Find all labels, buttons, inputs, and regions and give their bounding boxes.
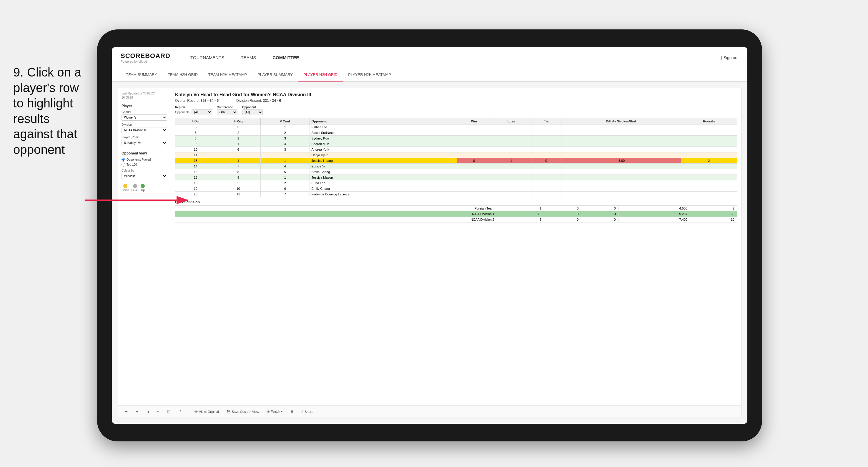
table-row[interactable]: 19106 Emily Chang <box>175 186 737 192</box>
color-dot-down <box>123 184 127 188</box>
opponent-view-radio-group: Opponents Played Top 100 <box>122 158 167 166</box>
nav-tournaments[interactable]: TOURNAMENTS <box>188 54 227 61</box>
color-label-up: Up <box>141 189 145 192</box>
opponent-label: Opponent <box>242 106 263 109</box>
table-row[interactable]: 1691 Jessica Mason <box>175 175 737 180</box>
sub-nav-team-summary[interactable]: TEAM SUMMARY <box>121 68 162 82</box>
col-loss: Loss <box>491 118 531 124</box>
sub-nav-player-summary[interactable]: PLAYER SUMMARY <box>252 68 298 82</box>
conference-select[interactable]: (All) <box>217 110 238 115</box>
opponent-select[interactable]: (All) <box>242 110 263 115</box>
share-button[interactable]: ↗ Share <box>298 409 315 414</box>
view-icon: 👁 <box>194 410 198 413</box>
player-rank-select[interactable]: 8. Katelyn Vo <box>122 140 167 146</box>
out-of-div-row-naia1[interactable]: NAIA Division 1 15 0 0 9.267 30 <box>175 211 737 217</box>
sub-nav-team-h2h-heatmap[interactable]: TEAM H2H HEATMAP <box>203 68 252 82</box>
out-of-div-row-ncaa2[interactable]: NCAA Division 2 5 0 0 7.400 10 <box>175 217 737 222</box>
main-content: Last Updated: 27/03/2024 16:55:28 Player… <box>112 82 747 424</box>
cut-button[interactable]: ✂ <box>154 409 161 414</box>
sub-nav-player-h2h-heatmap[interactable]: PLAYER H2H HEATMAP <box>343 68 396 82</box>
table-row-highlighted[interactable]: 1311 Jessica Huang 0 1 0 -3.00 2 <box>175 158 737 164</box>
redo-button[interactable]: ↪ <box>133 409 141 414</box>
grid-title: Katelyn Vo Head-to-Head Grid for Women's… <box>175 92 737 97</box>
sub-nav-team-h2h-grid[interactable]: TEAM H2H GRID <box>162 68 203 82</box>
grid-records: Overall Record: 353 - 34 - 6 Division Re… <box>175 99 737 103</box>
out-of-div-row-foreign[interactable]: Foreign Team 1 0 0 4.500 2 <box>175 206 737 211</box>
color-legend: Down Level Up <box>122 184 167 192</box>
logo-sub: Powered by clippd <box>121 60 170 63</box>
grid-area: Katelyn Vo Head-to-Head Grid for Women's… <box>171 88 741 405</box>
colour-by-select[interactable]: Win/loss <box>122 173 167 179</box>
table-row[interactable]: 1585 Stella Cheng <box>175 169 737 175</box>
col-tie: Tie <box>531 118 561 124</box>
sign-out-button[interactable]: | Sign out <box>721 55 739 60</box>
logo-area: SCOREBOARD Powered by clippd <box>121 52 170 63</box>
region-label: Region <box>175 106 212 109</box>
table-row[interactable]: 11 Haejo Hyun <box>175 152 737 158</box>
nav-teams[interactable]: TEAMS <box>238 54 258 61</box>
save-icon: 💾 <box>226 410 231 413</box>
gender-label: Gender <box>122 111 167 114</box>
division-label: Division <box>122 123 167 126</box>
opponents-select[interactable]: (All) <box>191 110 212 115</box>
tablet-screen: SCOREBOARD Powered by clippd TOURNAMENTS… <box>112 47 747 424</box>
step-back-button[interactable]: ⏮ <box>143 409 151 414</box>
gender-select[interactable]: Women's <box>122 115 167 121</box>
player-section-title: Player <box>122 104 167 108</box>
grid-view-button[interactable]: ⊞ <box>288 409 296 414</box>
toolbar: ↩ ↪ ⏮ ✂ 📋 ↺ 👁 View: Original 💾 Save Cust… <box>118 405 741 417</box>
refresh-button[interactable]: ↺ <box>176 409 184 414</box>
sub-nav-player-h2h-grid[interactable]: PLAYER H2H GRID <box>298 68 343 82</box>
col-win: Win <box>457 118 491 124</box>
panel-body: Last Updated: 27/03/2024 16:55:28 Player… <box>118 88 741 405</box>
conference-filter: Conference (All) <box>217 106 238 115</box>
col-opponent: Opponent <box>310 118 457 124</box>
watch-button[interactable]: 👁 Watch ▾ <box>264 409 285 414</box>
last-updated-time: 16:55:28 <box>122 96 167 100</box>
table-row[interactable]: 1822 Euna Lee <box>175 180 737 186</box>
player-rank-label: Player (Rank) <box>122 136 167 139</box>
col-rounds: Rounds <box>681 118 737 124</box>
filter-row: Region Opponents: (All) Conference <box>175 106 737 115</box>
paste-button[interactable]: 📋 <box>164 409 173 414</box>
table-row[interactable]: 20117 Federica Domecq Lacroze <box>175 192 737 197</box>
opponents-label: Opponents: <box>175 111 190 114</box>
division-record: Division Record: 331 - 34 - 6 <box>236 99 281 103</box>
division-select[interactable]: NCAA Division III <box>122 127 167 133</box>
region-filter: Region Opponents: (All) <box>175 106 212 115</box>
share-icon: ↗ <box>301 410 303 413</box>
undo-button[interactable]: ↩ <box>123 409 130 414</box>
color-label-down: Down <box>122 189 129 192</box>
col-diff: Diff Av Strokes/Rnd <box>561 118 681 124</box>
instruction-text: 9. Click on a player's row to highlight … <box>13 65 90 157</box>
instruction-body: Click on a player's row to highlight res… <box>13 65 81 157</box>
radio-top-100[interactable]: Top 100 <box>122 163 167 166</box>
nav-bar: SCOREBOARD Powered by clippd TOURNAMENTS… <box>112 47 747 68</box>
sub-nav: TEAM SUMMARY TEAM H2H GRID TEAM H2H HEAT… <box>112 68 747 82</box>
step-number: 9. <box>13 65 24 79</box>
color-label-level: Level <box>131 189 138 192</box>
left-sidebar: Last Updated: 27/03/2024 16:55:28 Player… <box>118 88 171 405</box>
table-row[interactable]: 522 Alexis Sudjianto <box>175 130 737 136</box>
toolbar-sep-1 <box>188 409 188 415</box>
save-custom-view-button[interactable]: 💾 Save Custom View <box>224 409 261 414</box>
view-original-button[interactable]: 👁 View: Original <box>192 409 221 414</box>
nav-committee[interactable]: COMMITTEE <box>270 54 301 61</box>
overall-record: Overall Record: 353 - 34 - 6 <box>175 99 219 103</box>
color-dot-level <box>133 184 137 188</box>
tablet-frame: SCOREBOARD Powered by clippd TOURNAMENTS… <box>97 29 762 441</box>
radio-opponents-played[interactable]: Opponents Played <box>122 158 167 161</box>
table-row[interactable]: 613 Sydney Kuo <box>175 136 737 141</box>
table-row[interactable]: 1474 Eunice Yi <box>175 164 737 169</box>
table-row[interactable]: 331 Esther Lee <box>175 124 737 130</box>
watch-icon: 👁 <box>267 410 270 413</box>
opponents-filter-row: Opponents: (All) <box>175 110 212 115</box>
last-updated: Last Updated: 27/03/2024 16:55:28 <box>122 92 167 100</box>
table-row[interactable]: 1063 Andrea York <box>175 147 737 152</box>
content-panel: Last Updated: 27/03/2024 16:55:28 Player… <box>118 88 742 418</box>
color-dot-up <box>141 184 145 188</box>
logo-text: SCOREBOARD <box>121 52 170 60</box>
last-updated-date: Last Updated: 27/03/2024 <box>122 92 167 96</box>
col-conf: # Conf <box>261 118 310 124</box>
table-row[interactable]: 914 Sharon Mun <box>175 141 737 147</box>
